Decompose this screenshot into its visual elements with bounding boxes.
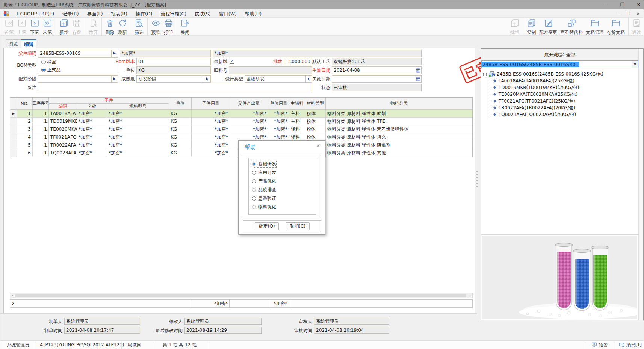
toolbar-button[interactable]: 关闭 (177, 18, 191, 36)
cursor-arrow-icon (113, 51, 116, 55)
tab-edit[interactable]: 编辑 (21, 39, 36, 48)
tree-child-node[interactable]: TE0020MKA(TE0020MKA)(25KG/包) (489, 91, 635, 98)
toolbar-button[interactable]: 首笔 (3, 18, 15, 36)
toolbar-button[interactable]: 文档管理 (584, 18, 605, 36)
tab-browse[interactable]: 浏览 (6, 39, 21, 48)
scroll-right-icon[interactable]: › (467, 293, 472, 298)
mdi-restore-icon[interactable]: ❐ (627, 10, 630, 18)
toolbar-button-icon (164, 18, 173, 28)
dialog-radio-option[interactable]: 物料优化 (252, 204, 276, 210)
parent-code-input[interactable]: 2485B-ESS-0016S (38, 50, 112, 57)
toolbar-button[interactable]: 末笔 (41, 18, 54, 36)
toolbar-button[interactable]: 筛选 (131, 18, 145, 36)
mdi-close-icon[interactable]: × (636, 10, 640, 18)
menu-item[interactable]: 帮助(H) (241, 11, 266, 17)
formula-stage-input[interactable] (38, 75, 112, 83)
create-time-value: 2021-04-08 20:17:47 (64, 327, 140, 334)
scrollbar-thumb[interactable] (15, 294, 466, 297)
dialog-close-icon[interactable]: ✕ (316, 143, 320, 149)
parent-code-lookup-button[interactable] (112, 50, 118, 57)
table-row[interactable]: 1 1 TA0018AFA *加密* *加密* KG *加密* *加密* *加密… (10, 110, 472, 118)
tree-root-node[interactable]: − 2485B-ESS-0016S(2485B-ESS-0016S)(25KG/… (483, 71, 635, 77)
bom-type-option[interactable]: 样品 (41, 59, 61, 65)
ok-button[interactable]: 确定(Q) (255, 222, 279, 230)
panel-splitter[interactable] (476, 171, 478, 189)
latest-version-checkbox[interactable] (230, 59, 234, 64)
maturity-lookup-button[interactable] (204, 75, 211, 83)
toolbar-button[interactable]: 批增 (508, 18, 521, 36)
toolbar-button[interactable]: 打印 (162, 18, 175, 36)
horizontal-scrollbar[interactable]: ‹ › (10, 293, 473, 298)
maximize-icon[interactable]: ❐ (619, 0, 626, 9)
effective-date-input[interactable]: 2021-04-08 (332, 66, 415, 74)
menu-item[interactable]: 流程审核(C) (157, 11, 190, 17)
auditor-value: 系统管理员 (314, 318, 389, 325)
toolbar-button[interactable]: 复制 (523, 18, 538, 36)
tree-child-node[interactable]: TF0021AFC(TF0021AFC)(25KG/包) (489, 98, 635, 104)
tree-child-node[interactable]: TR0022AFA(TR0022AFA)(20KG/包) (489, 104, 635, 111)
status-readonly: 已审核 (332, 84, 422, 91)
svg-text:31: 31 (417, 70, 419, 72)
dialog-radio-option[interactable]: 基础研发 (252, 161, 276, 167)
toolbar-button[interactable]: 查看替代料 (559, 18, 584, 36)
menu-item[interactable]: 窗口(W) (215, 11, 241, 17)
toolbar-button[interactable]: 删除 (101, 18, 116, 36)
toolbar-button[interactable]: 上笔 (15, 18, 28, 36)
toolbar-button[interactable]: 新增 (56, 18, 70, 36)
menu-item[interactable]: 记录(R) (58, 11, 83, 17)
toolbar-button-icon (43, 18, 52, 28)
dialog-radio-option[interactable]: 应用开发 (252, 170, 276, 176)
toolbar-button-icon (72, 18, 82, 28)
toolbar-button[interactable]: 通过 (628, 18, 643, 36)
status-message[interactable]: 消息[1] (618, 341, 642, 349)
unit-readonly: KG (136, 66, 211, 74)
menu-item[interactable]: 界面(F) (83, 11, 107, 17)
maturity-input[interactable]: 研发阶段 (136, 75, 204, 83)
toolbar-button[interactable]: 刷新 (116, 18, 129, 36)
toolbar-button[interactable]: 配方变更 (538, 18, 559, 36)
status-alert[interactable]: 预警 (591, 341, 608, 349)
batch-input[interactable]: 1,000,000 (284, 58, 312, 65)
cursor-arrow-icon (206, 77, 209, 81)
menu-item[interactable]: 报表(R) (107, 11, 132, 17)
pin-icon (492, 79, 497, 83)
minimize-icon[interactable]: ─ (602, 0, 609, 9)
remark-input[interactable] (38, 84, 312, 91)
menu-item[interactable]: 皮肤(S) (190, 11, 215, 17)
expire-date-calendar-button[interactable]: 31 (415, 75, 422, 83)
mdi-minimize-icon[interactable]: — (617, 10, 621, 18)
table-row[interactable]: 3 1 TE0020MKA *加密* *加密* KG *加密* *加密* *加密… (10, 125, 472, 133)
dialog-radio-option[interactable]: 品质排查 (252, 187, 276, 193)
toolbar-button[interactable]: 存货文档 (605, 18, 626, 36)
chevron-down-icon[interactable]: ▼ (632, 61, 638, 68)
bom-version-combobox[interactable]: 2485B-ESS-0016S(2485B-ESS-0016S):01 ▼ (481, 60, 638, 68)
collapse-expander-icon[interactable]: − (483, 73, 487, 76)
menu-bar: T-GROUP ERP(E)记录(R)界面(F)报表(R)操作(O)流程审核(C… (0, 10, 644, 18)
close-icon[interactable]: ✕ (635, 0, 642, 9)
cancel-button[interactable]: 取消(C) (286, 222, 310, 230)
tree-child-node[interactable]: TQ0023AFA(TQ0023AFA)(25KG/包) (489, 111, 635, 118)
menu-item[interactable]: T-GROUP ERP(E) (12, 11, 58, 17)
scroll-left-icon[interactable]: ‹ (10, 293, 15, 298)
dialog-radio-option[interactable]: 思路验证 (252, 196, 276, 202)
table-row[interactable]: 2 1 TD0019MKB *加密* *加密* KG *加密* *加密* *加密… (10, 118, 472, 125)
expire-date-input[interactable] (332, 75, 415, 83)
bom-version-input[interactable]: 01 (136, 58, 211, 65)
header-mat-type: 材料类型 (305, 98, 326, 110)
vertical-scrollbar[interactable] (638, 49, 643, 320)
effective-date-calendar-button[interactable]: 31 (415, 66, 422, 74)
tree-child-node[interactable]: TD0019MKB(TD0019MKB)(25KG/包) (489, 84, 635, 91)
toolbar-button[interactable]: 存盘 (70, 18, 83, 36)
toolbar-button[interactable]: 放弃 (85, 18, 100, 36)
maturity-label: 成熟度 (115, 75, 135, 83)
bom-type-option[interactable]: 正式品 (41, 67, 61, 73)
expand-collapse-all-button[interactable]: 展开/收起 全部 (481, 49, 638, 60)
dialog-radio-option[interactable]: 产品优化 (252, 178, 276, 184)
design-type-input[interactable]: 基础研发 (245, 75, 306, 83)
toolbar-button-icon (544, 18, 553, 28)
toolbar-button[interactable]: 预览 (147, 18, 162, 36)
menu-item[interactable]: 操作(O) (132, 11, 157, 17)
tree-child-node[interactable]: TA0018AFA(TA0018AFA)(25KG/包) (489, 77, 635, 84)
toolbar-button[interactable]: 下笔 (28, 18, 41, 36)
toolbar-button-icon (611, 18, 621, 28)
